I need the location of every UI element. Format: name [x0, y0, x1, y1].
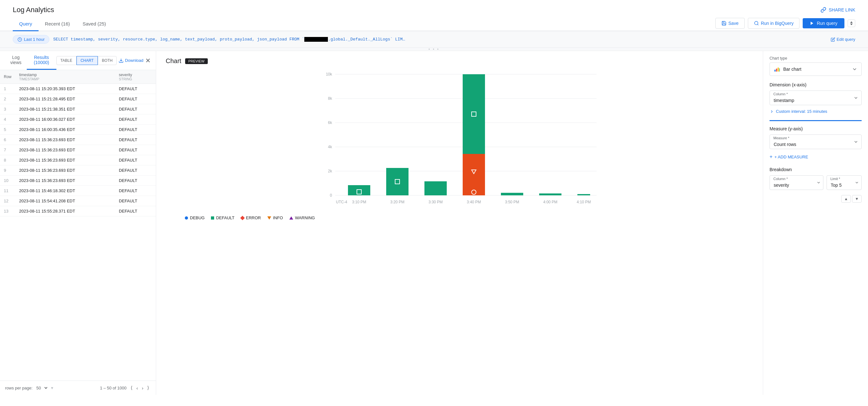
table-row: 10 2023-08-11 15:36:23.693 EDT DEFAULT	[0, 176, 156, 186]
row-timestamp: 2023-08-11 15:36:23.693 EDT	[15, 165, 115, 176]
row-num: 12	[0, 196, 15, 206]
page-nav: ⟨ ‹ › ⟩	[129, 384, 151, 392]
svg-text:3:50 PM: 3:50 PM	[505, 200, 519, 204]
legend-default: DEFAULT	[211, 215, 235, 220]
scroll-up-button[interactable]: ▲	[841, 195, 851, 203]
row-num: 7	[0, 145, 15, 155]
table-row: 13 2023-08-11 15:55:28.371 EDT DEFAULT	[0, 206, 156, 216]
table-row: 1 2023-08-11 15:20:35.393 EDT DEFAULT	[0, 84, 156, 94]
chart-title: Chart	[166, 57, 181, 65]
tab-results[interactable]: Results (10000)	[27, 51, 56, 70]
bar-2-teal	[386, 168, 408, 195]
table-row: 6 2023-08-11 15:36:23.693 EDT DEFAULT	[0, 135, 156, 145]
row-num: 10	[0, 176, 15, 186]
breakdown-limit-select[interactable]: Top 5 Top 10	[827, 175, 862, 190]
svg-marker-2	[811, 22, 813, 25]
both-view-tab[interactable]: BOTH	[98, 56, 117, 65]
breakdown-section: Breakdown Column * severity Limit * Top …	[770, 167, 862, 190]
row-timestamp: 2023-08-11 15:20:35.393 EDT	[15, 84, 115, 94]
link-icon	[820, 7, 826, 13]
table-row: 5 2023-08-11 16:00:35.436 EDT DEFAULT	[0, 125, 156, 135]
table-row: 8 2023-08-11 15:36:23.693 EDT DEFAULT	[0, 155, 156, 165]
last-page-button[interactable]: ⟩	[146, 384, 151, 392]
run-query-button[interactable]: Run query	[803, 18, 844, 28]
row-num: 8	[0, 155, 15, 165]
tab-saved[interactable]: Saved (25)	[76, 17, 112, 31]
tab-recent[interactable]: Recent (16)	[38, 17, 76, 31]
row-severity: DEFAULT	[115, 206, 156, 216]
row-severity: DEFAULT	[115, 186, 156, 196]
time-chip[interactable]: Last 1 hour	[13, 35, 50, 44]
left-panel: Log views Results (10000) TABLE CHART BO…	[0, 51, 156, 395]
share-link-button[interactable]: SHARE LINK	[820, 7, 855, 13]
dimension-column-select[interactable]: timestamp	[770, 91, 862, 105]
row-timestamp: 2023-08-11 15:21:38.351 EDT	[15, 104, 115, 115]
bar-7-teal	[578, 194, 590, 195]
col-row: Row	[0, 70, 15, 84]
top-tabs-bar: Query Recent (16) Saved (25) Save Run in…	[0, 17, 868, 31]
chevron-right-icon	[770, 109, 774, 114]
measure-select[interactable]: Count rows	[770, 134, 862, 149]
svg-text:4k: 4k	[328, 145, 332, 149]
table-row: 7 2023-08-11 15:36:23.693 EDT DEFAULT	[0, 145, 156, 155]
preview-badge: PREVIEW	[185, 58, 208, 64]
custom-interval-button[interactable]: Custom interval: 15 minutes	[770, 108, 827, 115]
save-button[interactable]: Save	[715, 18, 745, 29]
right-panel: Chart type Bar chart Dimension (x-axis) …	[763, 51, 868, 395]
rows-per-page-select[interactable]: 50 100 200	[35, 385, 49, 391]
table-view-tab[interactable]: TABLE	[56, 56, 76, 65]
row-timestamp: 2023-08-11 15:55:28.371 EDT	[15, 206, 115, 216]
legend-warning: WARNING	[289, 215, 315, 220]
up-down-stepper[interactable]	[847, 20, 855, 27]
rows-per-page-label: rows per page:	[5, 385, 32, 391]
row-num: 5	[0, 125, 15, 135]
col-severity: severitySTRING	[115, 70, 156, 84]
edit-query-button[interactable]: Edit query	[831, 37, 855, 42]
row-severity: DEFAULT	[115, 125, 156, 135]
scroll-down-button[interactable]: ▼	[852, 195, 862, 203]
results-table: Row timestampTIMESTAMP severitySTRING 1 …	[0, 70, 156, 216]
run-bigquery-button[interactable]: Run in BigQuery	[748, 18, 800, 29]
add-measure-button[interactable]: + + ADD MEASURE	[770, 152, 808, 162]
row-severity: DEFAULT	[115, 104, 156, 115]
legend-error: ERROR	[241, 215, 261, 220]
resize-handle[interactable]: • • •	[0, 48, 868, 51]
table-row: 4 2023-08-11 16:00:36.027 EDT DEFAULT	[0, 115, 156, 125]
row-severity: DEFAULT	[115, 176, 156, 186]
bar-4-orange	[463, 154, 485, 195]
row-num: 1	[0, 84, 15, 94]
prev-page-button[interactable]: ‹	[135, 384, 140, 392]
dimension-section: Dimension (x-axis) Column * timestamp Cu…	[770, 82, 862, 115]
first-page-button[interactable]: ⟨	[129, 384, 134, 392]
next-page-button[interactable]: ›	[140, 384, 145, 392]
row-num: 11	[0, 186, 15, 196]
play-icon	[810, 21, 814, 26]
legend-debug: DEBUG	[185, 215, 205, 220]
chart-header: Chart PREVIEW	[166, 57, 753, 65]
query-text-display: SELECT timestamp, severity, resource.typ…	[53, 37, 827, 42]
chart-panel: Chart PREVIEW 10k 8k 6k 4k 2k 0	[156, 51, 763, 395]
row-num: 3	[0, 104, 15, 115]
row-severity: DEFAULT	[115, 84, 156, 94]
tab-log-views[interactable]: Log views	[5, 51, 27, 70]
chart-type-section: Chart type Bar chart	[770, 56, 862, 76]
row-severity: DEFAULT	[115, 94, 156, 104]
svg-text:3:30 PM: 3:30 PM	[429, 200, 443, 204]
query-bar: Last 1 hour SELECT timestamp, severity, …	[0, 31, 868, 48]
tab-query[interactable]: Query	[13, 17, 38, 31]
table-row: 9 2023-08-11 15:36:23.693 EDT DEFAULT	[0, 165, 156, 176]
row-severity: DEFAULT	[115, 196, 156, 206]
breakdown-column-select[interactable]: severity	[770, 175, 824, 190]
chart-svg-area: 10k 8k 6k 4k 2k 0	[166, 68, 753, 392]
download-button[interactable]: Download	[119, 58, 144, 63]
svg-text:0: 0	[330, 193, 332, 197]
row-num: 9	[0, 165, 15, 176]
row-num: 4	[0, 115, 15, 125]
page-info: 1 – 50 of 1000	[100, 385, 126, 391]
measure-section: Measure (y-axis) Measure * Count rows + …	[770, 126, 862, 162]
close-panel-button[interactable]: ✕	[145, 57, 151, 64]
chart-view-tab[interactable]: CHART	[76, 56, 98, 65]
bar-5-teal	[501, 193, 523, 195]
row-num: 2	[0, 94, 15, 104]
row-num: 6	[0, 135, 15, 145]
